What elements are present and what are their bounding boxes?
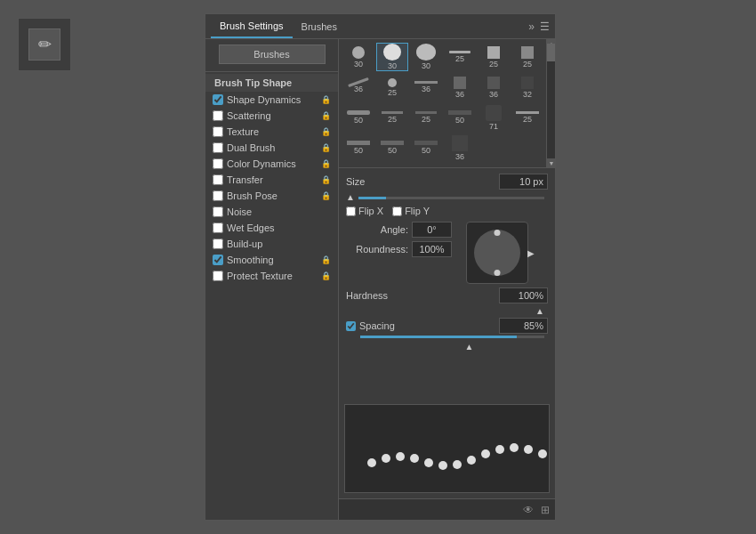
sidebar-item-texture[interactable]: Texture 🔒 xyxy=(205,124,338,140)
sidebar-item-wet-edges[interactable]: Wet Edges xyxy=(205,220,338,236)
brushes-button[interactable]: Brushes xyxy=(219,44,326,64)
lock-icon: 🔒 xyxy=(321,111,331,120)
brush-cell[interactable]: 50 xyxy=(376,134,408,162)
sidebar-item-color-dynamics[interactable]: Color Dynamics 🔒 xyxy=(205,156,338,172)
flip-y-checkbox[interactable] xyxy=(392,206,402,216)
roundness-input[interactable] xyxy=(412,241,452,257)
brush-cell-selected[interactable]: 30 xyxy=(376,43,408,71)
scroll-bar[interactable]: ▲ ▼ xyxy=(546,39,555,167)
sidebar-item-brush-pose[interactable]: Brush Pose 🔒 xyxy=(205,188,338,204)
build-up-checkbox[interactable] xyxy=(213,239,223,249)
brush-cell[interactable]: 25 xyxy=(444,43,476,71)
divider xyxy=(205,71,338,72)
brush-cell[interactable]: 25 xyxy=(376,73,408,101)
tab-brush-settings[interactable]: Brush Settings xyxy=(211,14,293,38)
hardness-slider-triangle[interactable]: ▲ xyxy=(535,307,544,316)
content-area: 30 30 30 25 xyxy=(339,39,555,520)
preview-dots xyxy=(367,443,549,470)
brush-cell[interactable]: 36 xyxy=(410,73,442,101)
color-dynamics-checkbox[interactable] xyxy=(213,158,223,169)
svg-point-4 xyxy=(424,458,433,467)
brush-cell[interactable]: 30 xyxy=(342,43,374,71)
tab-brushes[interactable]: Brushes xyxy=(293,14,346,38)
svg-point-8 xyxy=(481,449,490,458)
frame-icon[interactable]: ⊞ xyxy=(541,504,550,516)
brush-tool-icon[interactable]: ✏ xyxy=(28,28,60,61)
lock-icon: 🔒 xyxy=(321,95,331,104)
transfer-checkbox[interactable] xyxy=(213,174,223,185)
brush-cell[interactable]: 50 xyxy=(342,103,374,132)
brush-cell[interactable]: 25 xyxy=(511,103,543,132)
sidebar-item-protect-texture[interactable]: Protect Texture 🔒 xyxy=(205,268,338,284)
sidebar-item-scattering[interactable]: Scattering 🔒 xyxy=(205,108,338,124)
eye-icon[interactable]: 👁 xyxy=(523,504,534,516)
brush-cell[interactable]: 32 xyxy=(511,73,543,101)
shape-dynamics-checkbox[interactable] xyxy=(213,94,223,105)
brush-settings-panel: Brush Settings Brushes » ☰ Brushes Brush… xyxy=(205,13,556,521)
texture-checkbox[interactable] xyxy=(213,126,223,137)
menu-icon[interactable]: ☰ xyxy=(540,20,550,33)
brush-pose-checkbox[interactable] xyxy=(213,190,223,201)
svg-point-9 xyxy=(495,445,504,454)
brush-cell[interactable]: 50 xyxy=(410,134,442,162)
sidebar-item-build-up[interactable]: Build-up xyxy=(205,236,338,252)
flip-y-item[interactable]: Flip Y xyxy=(392,206,430,216)
flip-row: Flip X Flip Y xyxy=(346,206,548,216)
size-slider-track[interactable] xyxy=(358,197,544,199)
size-row: Size 10 px xyxy=(346,174,548,190)
size-slider-fill xyxy=(358,197,386,199)
sidebar-item-shape-dynamics[interactable]: Shape Dynamics 🔒 xyxy=(205,92,338,108)
brush-cell[interactable]: 71 xyxy=(478,103,510,132)
brush-cell[interactable]: 36 xyxy=(342,73,374,101)
angle-field-row: Angle: xyxy=(346,222,452,238)
angle-widget[interactable]: ▶ xyxy=(466,222,528,284)
sidebar-item-dual-brush[interactable]: Dual Brush 🔒 xyxy=(205,140,338,156)
size-value[interactable]: 10 px xyxy=(499,174,548,190)
flip-y-label: Flip Y xyxy=(405,206,430,216)
protect-texture-checkbox[interactable] xyxy=(213,271,223,281)
expand-icon[interactable]: » xyxy=(528,20,535,33)
spacing-label: Spacing xyxy=(359,320,395,331)
sidebar-item-transfer[interactable]: Transfer 🔒 xyxy=(205,172,338,188)
brush-cell[interactable]: 50 xyxy=(444,103,476,132)
brush-cell[interactable]: 25 xyxy=(410,103,442,132)
sidebar-item-smoothing[interactable]: Smoothing 🔒 xyxy=(205,252,338,268)
wet-edges-checkbox[interactable] xyxy=(213,222,223,233)
brush-cell[interactable]: 36 xyxy=(444,134,476,162)
spacing-checkbox[interactable] xyxy=(346,321,356,331)
brush-grid-container: 30 30 30 25 xyxy=(339,39,555,168)
brush-cell[interactable]: 30 xyxy=(410,43,442,71)
spacing-slider-track[interactable] xyxy=(360,336,544,338)
lock-icon: 🔒 xyxy=(321,127,331,136)
brush-cell[interactable]: 25 xyxy=(478,43,510,71)
dual-brush-checkbox[interactable] xyxy=(213,142,223,153)
spacing-thumb-row: ▲ xyxy=(346,342,548,352)
brush-cell[interactable]: 25 xyxy=(511,43,543,71)
spacing-thumb[interactable]: ▲ xyxy=(465,342,474,352)
scattering-checkbox[interactable] xyxy=(213,110,223,121)
slider-thumb-triangle[interactable]: ▲ xyxy=(346,193,355,202)
svg-point-5 xyxy=(438,461,447,470)
brush-cell[interactable]: 36 xyxy=(444,73,476,101)
hardness-value[interactable]: 100% xyxy=(499,287,548,303)
brush-cell[interactable]: 50 xyxy=(342,134,374,162)
brush-cell[interactable]: 36 xyxy=(478,73,510,101)
spacing-value[interactable]: 85% xyxy=(499,318,548,334)
lock-icon: 🔒 xyxy=(321,271,331,280)
smoothing-checkbox[interactable] xyxy=(213,255,223,265)
scroll-down[interactable]: ▼ xyxy=(547,158,555,167)
svg-point-1 xyxy=(382,454,390,463)
angle-widget-container[interactable]: ▶ xyxy=(466,222,528,284)
sidebar-item-noise[interactable]: Noise xyxy=(205,204,338,220)
spacing-slider-row xyxy=(346,336,548,338)
scroll-thumb[interactable] xyxy=(547,44,555,61)
angle-label: Angle: xyxy=(346,224,408,235)
noise-checkbox[interactable] xyxy=(213,206,223,217)
angle-input[interactable] xyxy=(412,222,452,238)
flip-x-checkbox[interactable] xyxy=(346,206,356,216)
tab-icons: » ☰ xyxy=(528,20,550,33)
brush-cell[interactable]: 25 xyxy=(376,103,408,132)
angle-fields: Angle: Roundness: xyxy=(346,222,452,257)
flip-x-item[interactable]: Flip X xyxy=(346,206,383,216)
flip-x-label: Flip X xyxy=(358,206,383,216)
